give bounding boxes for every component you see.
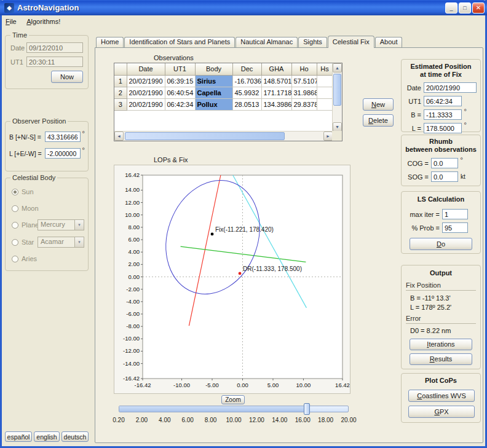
fix-date-input[interactable] [424, 82, 477, 93]
prob-input[interactable] [442, 222, 468, 233]
zoom-scale-label: 2.00 [132, 417, 151, 423]
observations-horizontal-scrollbar[interactable]: ◄ ► [114, 131, 333, 141]
language-spanish-button[interactable]: español [5, 431, 32, 442]
scroll-down-icon[interactable]: ▼ [333, 122, 342, 132]
scroll-up-icon[interactable]: ▲ [333, 63, 342, 73]
maximize-button[interactable]: □ [459, 2, 471, 14]
y-tick-label: 12.00 [125, 199, 140, 206]
cell-gha[interactable]: 148.5701 [261, 75, 291, 87]
cog-input[interactable] [431, 158, 458, 168]
radio-aries-label: Aries [22, 255, 37, 262]
now-button[interactable]: Now [51, 71, 83, 83]
col-header-gha[interactable]: GHA [261, 63, 291, 75]
language-english-button[interactable]: english [34, 431, 60, 442]
col-header-body[interactable]: Body [195, 63, 232, 75]
cell-body[interactable]: Pollux [195, 98, 232, 110]
scroll-right-icon[interactable]: ► [323, 132, 333, 141]
minimize-button[interactable]: _ [445, 2, 457, 14]
sog-input[interactable] [431, 171, 458, 182]
fix-l-input[interactable] [424, 123, 462, 133]
results-button[interactable]: Results [410, 353, 472, 365]
estimated-position-title-line1: Estimated Position [402, 63, 480, 70]
zoom-scale-label: 20.00 [339, 417, 358, 423]
cell-date[interactable]: 20/02/1990 [127, 87, 165, 98]
fix-ut1-input[interactable] [424, 96, 462, 106]
col-header-hs[interactable]: Hs [317, 63, 333, 75]
fix-b-degree-symbol: º [464, 108, 466, 114]
cell-dec[interactable]: 28.0513 [232, 98, 261, 110]
tab-nautical-almanac[interactable]: Nautical Almanac [236, 37, 298, 47]
radio-sun-label: Sun [22, 188, 34, 195]
cell-gha[interactable]: 134.3986 [261, 98, 291, 110]
scroll-left-icon[interactable]: ◄ [114, 132, 124, 141]
gpx-button[interactable]: GPX [408, 406, 475, 418]
cell-body[interactable]: Capella [195, 87, 232, 98]
lops-chart[interactable]: 16.4214.0012.0010.008.006.004.002.000.00… [114, 165, 350, 394]
do-button[interactable]: Do [410, 238, 472, 250]
observations-vertical-scrollbar[interactable]: ▲ ▼ [332, 63, 342, 132]
cell-hs[interactable] [317, 98, 333, 110]
coastlines-wvs-button[interactable]: Coastlines WVS [408, 390, 475, 402]
vertical-scroll-thumb[interactable] [333, 74, 341, 106]
x-tick-label: -16.42 [135, 382, 151, 388]
corner-header[interactable] [114, 63, 127, 75]
lops-chart-title: LOPs & Fix [154, 156, 188, 163]
tab-about[interactable]: About [375, 37, 403, 47]
title-bar: ◆ AstroNavigation _ □ ✕ [0, 0, 487, 15]
tab-identification-of-stars-and-planets[interactable]: Identification of Stars and Planets [124, 37, 235, 47]
observer-b-input[interactable] [45, 132, 81, 142]
cell-ut1[interactable]: 06:42:34 [165, 98, 195, 110]
max-iter-input[interactable] [442, 209, 468, 219]
zoom-slider-fill [119, 406, 307, 412]
radio-sun-dot [12, 189, 18, 195]
observations-grid[interactable]: Date UT1 Body Dec GHA Ho Hs 1 20/02/1990… [114, 63, 333, 111]
cell-ho[interactable]: 57.5107 [291, 75, 317, 87]
new-button[interactable]: New [363, 98, 394, 111]
rhumb-title-line1: Rhumb [402, 138, 480, 145]
col-header-date[interactable]: Date [127, 63, 165, 75]
cell-gha[interactable]: 171.1718 [261, 87, 291, 98]
menu-bar: File Algorithms! [2, 15, 485, 27]
cell-ho[interactable]: 29.8378 [291, 98, 317, 110]
cell-hs[interactable] [317, 87, 333, 98]
row-header[interactable]: 3 [114, 98, 127, 110]
cell-ut1[interactable]: 06:40:54 [165, 87, 195, 98]
cell-dec[interactable]: 45.9932 [232, 87, 261, 98]
zoom-button[interactable]: Zoom [221, 395, 245, 404]
row-header[interactable]: 2 [114, 87, 127, 98]
cell-body[interactable]: Sirius [195, 75, 232, 87]
x-tick-label: 5.00 [267, 382, 279, 388]
cell-ut1[interactable]: 06:39:15 [165, 75, 195, 87]
col-header-ho[interactable]: Ho [291, 63, 317, 75]
menu-algorithms[interactable]: Algorithms! [23, 16, 64, 26]
lops-chart-svg[interactable]: 16.4214.0012.0010.008.006.004.002.000.00… [114, 165, 350, 393]
cell-ho[interactable]: 31.9868 [291, 87, 317, 98]
row-header[interactable]: 1 [114, 75, 127, 87]
menu-file[interactable]: File [2, 16, 20, 26]
table-row[interactable]: 3 20/02/1990 06:42:34 Pollux 28.0513 134… [114, 98, 333, 110]
table-row[interactable]: 1 20/02/1990 06:39:15 Sirius -16.7036 14… [114, 75, 333, 87]
table-row[interactable]: 2 20/02/1990 06:40:54 Capella 45.9932 17… [114, 87, 333, 98]
col-header-dec[interactable]: Dec [232, 63, 261, 75]
iterations-button[interactable]: Iterations [410, 339, 472, 350]
delete-button[interactable]: Delete [363, 114, 394, 127]
observations-table[interactable]: Date UT1 Body Dec GHA Ho Hs 1 20/02/1990… [114, 63, 342, 141]
cell-hs[interactable] [317, 75, 333, 87]
fix-l-label: L = [402, 125, 421, 132]
zoom-slider-track[interactable] [119, 406, 349, 412]
tab-sights[interactable]: Sights [298, 37, 327, 47]
observer-l-input[interactable] [45, 148, 81, 159]
cell-date[interactable]: 20/02/1990 [127, 75, 165, 87]
fix-b-input[interactable] [424, 109, 462, 120]
ut1-input [26, 57, 83, 67]
language-german-button[interactable]: deutsch [61, 431, 89, 442]
tab-home[interactable]: Home [96, 37, 124, 47]
tab-celestial-fix[interactable]: Celestial Fix [328, 36, 374, 48]
close-button[interactable]: ✕ [472, 2, 485, 14]
horizontal-scroll-thumb[interactable] [125, 132, 285, 140]
zoom-slider-thumb[interactable] [304, 403, 310, 415]
cell-dec[interactable]: -16.7036 [232, 75, 261, 87]
col-header-ut1[interactable]: UT1 [165, 63, 195, 75]
planet-combobox-arrow-icon: ▼ [74, 220, 84, 230]
cell-date[interactable]: 20/02/1990 [127, 98, 165, 110]
